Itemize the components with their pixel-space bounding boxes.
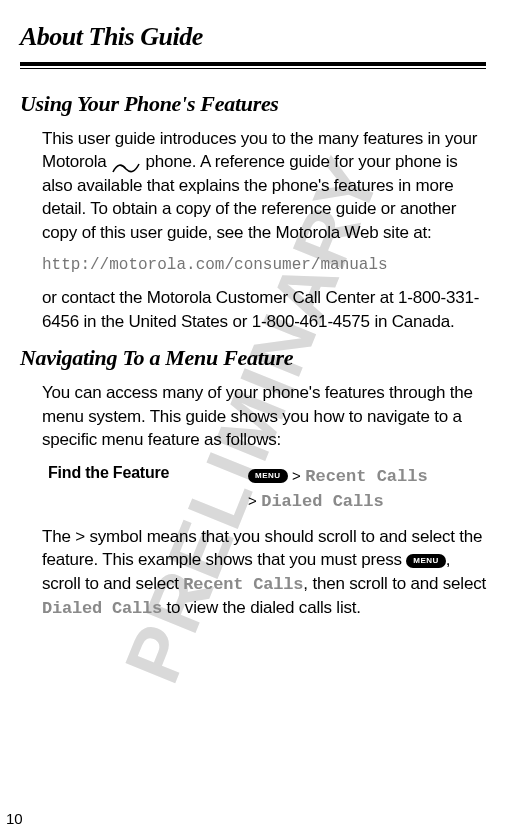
- section-title-features: Using Your Phone's Features: [20, 91, 486, 117]
- page-number: 10: [6, 810, 23, 827]
- page-content: About This Guide Using Your Phone's Feat…: [20, 22, 486, 621]
- text: , then scroll to and select: [303, 574, 486, 593]
- menu-item: Recent Calls: [305, 467, 427, 486]
- menu-item: Dialed Calls: [261, 492, 383, 511]
- menu-item-inline: Recent Calls: [183, 575, 303, 594]
- menu-key-icon: MENU: [406, 554, 446, 568]
- motorola-wave-icon: [112, 157, 140, 169]
- divider-thin: [20, 68, 486, 69]
- chapter-title: About This Guide: [20, 22, 486, 52]
- section-title-navigating: Navigating To a Menu Feature: [20, 345, 486, 371]
- url-text: http://motorola.com/consumer/manuals: [42, 256, 486, 274]
- text: to view the dialed calls list.: [162, 598, 361, 617]
- menu-key-icon: MENU: [248, 469, 288, 483]
- gt-symbol: >: [292, 467, 301, 484]
- feature-path: MENU > Recent Calls > Dialed Calls: [248, 464, 428, 515]
- paragraph: The > symbol means that you should scrol…: [42, 525, 486, 621]
- find-feature-label: Find the Feature: [48, 464, 248, 482]
- paragraph: This user guide introduces you to the ma…: [42, 127, 486, 244]
- paragraph: or contact the Motorola Customer Call Ce…: [42, 286, 486, 333]
- find-feature-row: Find the Feature MENU > Recent Calls > D…: [48, 464, 486, 515]
- paragraph: You can access many of your phone's feat…: [42, 381, 486, 451]
- divider-thick: [20, 62, 486, 66]
- menu-item-inline: Dialed Calls: [42, 599, 162, 618]
- gt-symbol: >: [248, 492, 257, 509]
